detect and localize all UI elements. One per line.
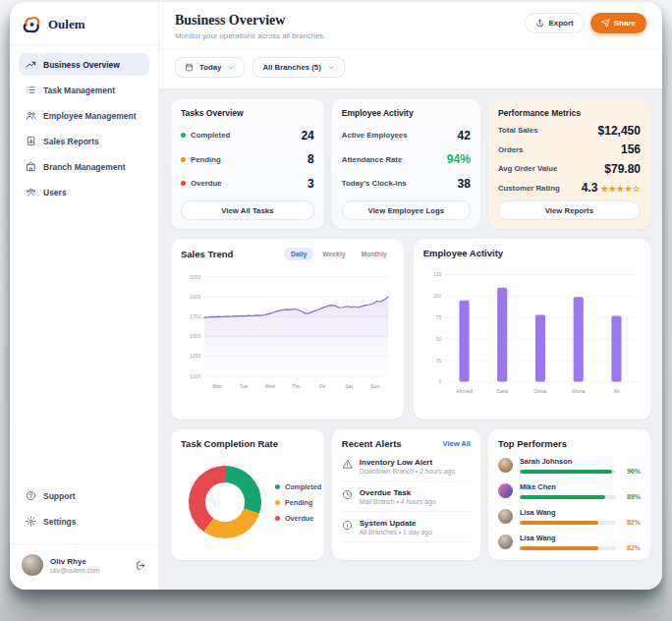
legend-label: Overdue: [285, 514, 313, 523]
legend-label: Pending: [285, 498, 312, 507]
employee-activity-bar-chart: 0255075100125AhmedSaraOmarMonaAli: [423, 258, 641, 411]
task-completion-donut: [189, 466, 261, 538]
legend-item-completed: Completed: [275, 482, 321, 491]
view-employee-logs-button[interactable]: View Employee Logs: [342, 200, 471, 220]
svg-text:Mona: Mona: [572, 388, 585, 394]
svg-text:1000: 1000: [190, 373, 200, 379]
export-label: Export: [548, 19, 573, 28]
stat-rows: Completed24Pending8Overdue3: [181, 118, 314, 200]
performer-percent: 96%: [621, 468, 641, 475]
date-filter-dropdown[interactable]: Today: [175, 57, 245, 78]
performer-name: Lisa Wang: [520, 534, 641, 542]
stat-label: Avg Order Value: [498, 164, 557, 173]
performer-bar-row: 82%: [520, 519, 641, 526]
alerts-header: Recent Alerts View All: [342, 438, 471, 449]
stat-label: Active Employees: [342, 131, 408, 140]
view-all-tasks-button[interactable]: View All Tasks: [181, 200, 314, 220]
sidebar-item-employee-management[interactable]: Employee Management: [19, 104, 149, 127]
alert-item-inventory-low-alert[interactable]: Inventory Low AlertDowntown Branch • 2 h…: [342, 451, 471, 481]
svg-text:Tue: Tue: [240, 383, 249, 389]
stat-rows: Active Employees42Attendance Rate94%Toda…: [342, 118, 471, 200]
svg-text:Fri: Fri: [319, 383, 325, 389]
stat-label: Customer Rating: [498, 184, 560, 193]
sidebar-item-task-management[interactable]: Task Management: [19, 79, 149, 101]
performer-body: Lisa Wang82%: [520, 534, 641, 552]
view-reports-button[interactable]: View Reports: [498, 200, 641, 220]
legend-dot: [275, 516, 280, 521]
sidebar-item-support[interactable]: Support: [19, 484, 149, 507]
performer-bar-track: [520, 495, 616, 499]
employee-activity-chart-title: Employee Activity: [423, 248, 641, 258]
logout-icon[interactable]: [136, 560, 146, 571]
logo-icon: [22, 14, 42, 34]
sidebar-footer-nav: SupportSettings: [10, 477, 158, 543]
sidebar-item-branch-management[interactable]: Branch Management: [19, 155, 149, 178]
svg-text:1750: 1750: [190, 313, 200, 319]
stat-value: 42: [458, 129, 471, 142]
alert-title: Inventory Low Alert: [360, 458, 455, 467]
performer-bar-fill: [520, 521, 598, 525]
sidebar-item-label: Support: [43, 491, 76, 501]
tasks-overview-card: Tasks OverviewCompleted24Pending8Overdue…: [171, 99, 324, 229]
svg-text:2250: 2250: [190, 274, 200, 280]
svg-text:100: 100: [433, 293, 442, 299]
bottom-row: Task Completion Rate CompletedPendingOve…: [171, 429, 650, 553]
page-background: Oulem Business OverviewTask ManagementEm…: [0, 0, 672, 621]
people-icon: [26, 110, 36, 121]
svg-text:25: 25: [435, 358, 441, 364]
star-rating: ★★★★☆: [600, 184, 641, 194]
performer-list: Sarah Johnson96%Mike Chen89%Lisa Wang82%…: [498, 449, 641, 551]
share-label: Share: [614, 19, 636, 28]
performer-percent: 82%: [621, 544, 641, 551]
performer-bar-row: 96%: [520, 468, 641, 475]
svg-text:1500: 1500: [190, 333, 200, 339]
alert-meta: Mall Branch • 4 hours ago: [360, 498, 436, 505]
stat-row-overdue: Overdue3: [181, 177, 314, 191]
filter-bar: Today All Branches (5): [159, 50, 662, 89]
svg-text:Ali: Ali: [613, 388, 619, 394]
sidebar-item-business-overview[interactable]: Business Overview: [19, 53, 149, 76]
branch-filter-dropdown[interactable]: All Branches (5): [252, 57, 344, 78]
chevron-down-icon: [327, 64, 335, 72]
stat-value: 8: [308, 152, 314, 166]
performer-body: Lisa Wang82%: [520, 508, 641, 527]
performer-bar-fill: [520, 546, 598, 550]
performer-row: Sarah Johnson96%: [498, 457, 641, 476]
profile-name: Oliv Rhye: [50, 557, 129, 566]
svg-text:Sat: Sat: [345, 383, 353, 389]
app-window: Oulem Business OverviewTask ManagementEm…: [10, 2, 662, 590]
tab-monthly[interactable]: Monthly: [355, 248, 394, 260]
page-header: Business Overview Monitor your operation…: [159, 2, 662, 50]
employee-activity-chart-card: Employee Activity 0255075100125AhmedSara…: [414, 239, 650, 420]
tab-daily[interactable]: Daily: [284, 248, 313, 260]
stat-rows: Total Sales$12,450Orders156Avg Order Val…: [498, 118, 641, 200]
stat-label: Orders: [498, 145, 524, 154]
alert-body: System UpdateAll Branches • 1 day ago: [360, 519, 432, 536]
svg-text:Sun: Sun: [370, 383, 379, 389]
view-all-link[interactable]: View All: [443, 439, 471, 448]
share-button[interactable]: Share: [590, 13, 646, 33]
date-filter-value: Today: [199, 63, 221, 72]
sidebar-item-sales-reports[interactable]: Sales Reports: [19, 130, 149, 152]
sidebar-item-users[interactable]: Users: [19, 181, 149, 203]
branch-filter-value: All Branches (5): [262, 63, 320, 72]
performer-row: Mike Chen89%: [498, 482, 641, 501]
stat-row-pending: Pending8: [181, 152, 314, 166]
header-titles: Business Overview Monitor your operation…: [175, 13, 323, 40]
alert-item-overdue-task[interactable]: Overdue TaskMall Branch • 4 hours ago: [342, 481, 471, 512]
top-performers-title: Top Performers: [498, 438, 641, 449]
page-title: Business Overview: [175, 13, 323, 28]
tab-weekly[interactable]: Weekly: [315, 248, 352, 260]
performer-bar-row: 89%: [520, 493, 641, 500]
performer-name: Sarah Johnson: [520, 457, 641, 466]
legend-label: Completed: [285, 482, 321, 491]
legend-dot: [275, 500, 280, 505]
sidebar-item-settings[interactable]: Settings: [19, 510, 149, 533]
profile-info: Oliv Rhye oliv@oulem.com: [50, 557, 129, 574]
export-button[interactable]: Export: [525, 13, 584, 33]
export-icon: [535, 19, 544, 28]
stat-label: Attendance Rate: [342, 155, 403, 164]
alert-item-system-update[interactable]: System UpdateAll Branches • 1 day ago: [342, 512, 471, 542]
svg-text:Mon: Mon: [212, 383, 222, 389]
card-title: Performance Metrics: [498, 108, 641, 118]
